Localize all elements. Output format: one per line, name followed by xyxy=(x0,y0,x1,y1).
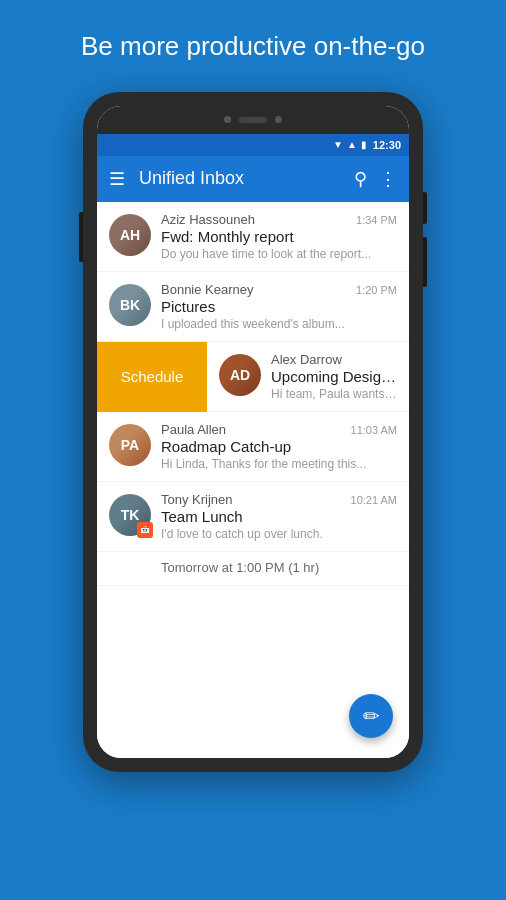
hero-text-container: Be more productive on-the-go xyxy=(61,0,445,92)
preview-paula: Hi Linda, Thanks for the meeting this... xyxy=(161,457,397,471)
email-header-paula: Paula Allen 11:03 AM xyxy=(161,422,397,437)
email-item-paula[interactable]: PA Paula Allen 11:03 AM Roadmap Catch-up… xyxy=(97,412,409,482)
camera-dot xyxy=(224,116,231,123)
time-paula: 11:03 AM xyxy=(351,424,397,436)
sender-tony: Tony Krijnen xyxy=(161,492,233,507)
status-time: 12:30 xyxy=(373,139,401,151)
hamburger-menu[interactable]: ☰ xyxy=(109,168,125,190)
time-aziz: 1:34 PM xyxy=(356,214,397,226)
avatar-bonnie: BK xyxy=(109,284,151,326)
calendar-badge: 📅 xyxy=(137,522,153,538)
preview-alex: Hi team, Paula wants to do xyxy=(271,387,397,401)
email-header-bonnie: Bonnie Kearney 1:20 PM xyxy=(161,282,397,297)
tomorrow-text: Tomorrow at 1:00 PM (1 hr) xyxy=(161,560,319,575)
email-item-tony[interactable]: TK 📅 Tony Krijnen 10:21 AM Team Lunch I'… xyxy=(97,482,409,552)
subject-tony: Team Lunch xyxy=(161,508,397,525)
power-button xyxy=(423,192,427,224)
more-options-icon[interactable]: ⋮ xyxy=(379,168,397,190)
sender-aziz: Aziz Hassouneh xyxy=(161,212,255,227)
email-content-alex: Alex Darrow Upcoming Design Revie Hi tea… xyxy=(271,352,397,401)
email-list: AH Aziz Hassouneh 1:34 PM Fwd: Monthly r… xyxy=(97,202,409,758)
avatar-aziz: AH xyxy=(109,214,151,256)
time-bonnie: 1:20 PM xyxy=(356,284,397,296)
phone-notch xyxy=(97,106,409,134)
subject-aziz: Fwd: Monthly report xyxy=(161,228,397,245)
sender-alex: Alex Darrow xyxy=(271,352,342,367)
email-content-tony: Tony Krijnen 10:21 AM Team Lunch I'd lov… xyxy=(161,492,397,541)
email-header-tony: Tony Krijnen 10:21 AM xyxy=(161,492,397,507)
preview-bonnie: I uploaded this weekend's album... xyxy=(161,317,397,331)
email-content-aziz: Aziz Hassouneh 1:34 PM Fwd: Monthly repo… xyxy=(161,212,397,261)
speaker xyxy=(239,117,267,123)
subject-paula: Roadmap Catch-up xyxy=(161,438,397,455)
volume-button-left xyxy=(79,212,83,262)
sender-bonnie: Bonnie Kearney xyxy=(161,282,254,297)
avatar-alex: AD xyxy=(219,354,261,396)
preview-tony: I'd love to catch up over lunch. xyxy=(161,527,397,541)
email-item-aziz[interactable]: AH Aziz Hassouneh 1:34 PM Fwd: Monthly r… xyxy=(97,202,409,272)
avatar-paula: PA xyxy=(109,424,151,466)
wifi-icon: ▼ xyxy=(333,139,343,150)
schedule-button[interactable]: Schedule xyxy=(97,342,207,412)
search-icon[interactable]: ⚲ xyxy=(354,168,367,190)
phone-screen: ▼ ▲ ▮ 12:30 ☰ Unified Inbox ⚲ ⋮ AH Aziz xyxy=(97,106,409,758)
sender-paula: Paula Allen xyxy=(161,422,226,437)
hero-text: Be more productive on-the-go xyxy=(61,30,445,64)
email-item-alex[interactable]: AD Alex Darrow Upcoming Design Revie Hi … xyxy=(207,342,409,412)
status-bar: ▼ ▲ ▮ 12:30 xyxy=(97,134,409,156)
subject-alex: Upcoming Design Revie xyxy=(271,368,397,385)
email-content-paula: Paula Allen 11:03 AM Roadmap Catch-up Hi… xyxy=(161,422,397,471)
app-bar-title: Unified Inbox xyxy=(139,168,354,189)
email-header-aziz: Aziz Hassouneh 1:34 PM xyxy=(161,212,397,227)
signal-icon: ▲ xyxy=(347,139,357,150)
sensor-dot xyxy=(275,116,282,123)
volume-button-right xyxy=(423,237,427,287)
avatar-tony-wrapper: TK 📅 xyxy=(109,494,151,536)
time-tony: 10:21 AM xyxy=(351,494,397,506)
subject-bonnie: Pictures xyxy=(161,298,397,315)
email-content-bonnie: Bonnie Kearney 1:20 PM Pictures I upload… xyxy=(161,282,397,331)
email-item-alex-container: Schedule AD Alex Darrow Upcoming Design … xyxy=(97,342,409,412)
email-header-alex: Alex Darrow xyxy=(271,352,397,367)
email-item-bonnie[interactable]: BK Bonnie Kearney 1:20 PM Pictures I upl… xyxy=(97,272,409,342)
app-bar: ☰ Unified Inbox ⚲ ⋮ xyxy=(97,156,409,202)
tomorrow-row: Tomorrow at 1:00 PM (1 hr) xyxy=(97,552,409,586)
app-bar-actions: ⚲ ⋮ xyxy=(354,168,397,190)
status-icons: ▼ ▲ ▮ 12:30 xyxy=(333,139,401,151)
phone-device: ▼ ▲ ▮ 12:30 ☰ Unified Inbox ⚲ ⋮ AH Aziz xyxy=(83,92,423,772)
battery-icon: ▮ xyxy=(361,139,367,150)
compose-fab[interactable]: ✏ xyxy=(349,694,393,738)
preview-aziz: Do you have time to look at the report..… xyxy=(161,247,397,261)
